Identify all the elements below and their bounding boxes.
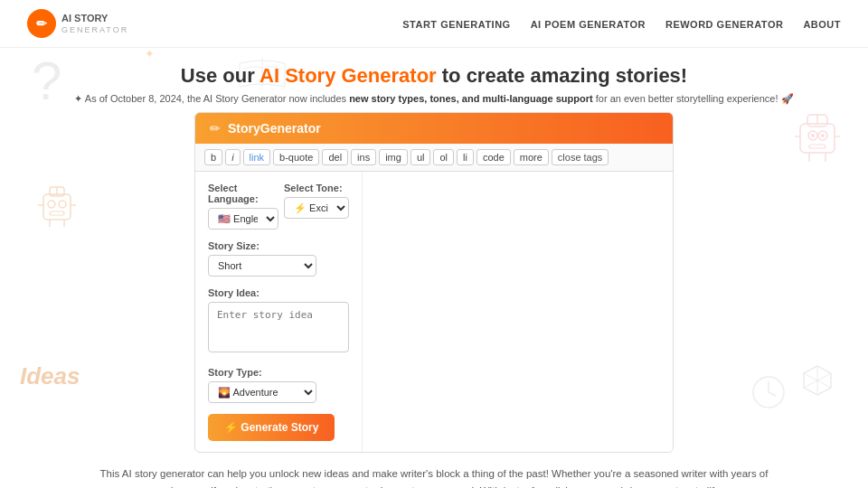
size-group: Story Size: Short Medium Long (208, 240, 349, 277)
navbar: ✏ AI STORY GENERATOR START GENERATING AI… (0, 0, 868, 48)
story-generator-card: ✏ StoryGenerator b i link b-quote del in… (194, 112, 674, 453)
bottom-description: This AI story generator can help you unl… (0, 453, 868, 488)
tb-li[interactable]: li (457, 149, 474, 165)
form-left: Select Language: 🇺🇸 Engle Select Tone: ⚡… (195, 172, 363, 452)
nav-links: START GENERATING AI POEM GENERATOR REWOR… (402, 15, 841, 32)
tone-field: Select Tone: ⚡ Exciti (284, 183, 349, 230)
nav-poem[interactable]: AI POEM GENERATOR (531, 19, 646, 30)
form-area: Select Language: 🇺🇸 Engle Select Tone: ⚡… (195, 172, 673, 452)
tb-del[interactable]: del (322, 149, 348, 165)
idea-group: Story Idea: (208, 287, 349, 356)
nav-about[interactable]: ABOUT (803, 19, 841, 30)
tb-ul[interactable]: ul (410, 149, 431, 165)
svg-rect-5 (50, 211, 64, 215)
deco-robot-left (36, 176, 78, 234)
tb-ol[interactable]: ol (433, 149, 454, 165)
deco-robot-right (793, 104, 843, 171)
tone-select[interactable]: ⚡ Exciti (284, 197, 349, 219)
hero-title: Use our AI Story Generator to create ama… (18, 64, 850, 88)
tb-link[interactable]: link (243, 149, 271, 165)
logo-text: AI STORY GENERATOR (61, 13, 128, 33)
logo-icon: ✏ (27, 9, 56, 38)
pencil-icon: ✏ (210, 121, 221, 136)
tb-img[interactable]: img (379, 149, 408, 165)
card-title: StoryGenerator (228, 121, 321, 136)
tb-code[interactable]: code (476, 149, 511, 165)
language-select[interactable]: 🇺🇸 Engle (208, 208, 278, 230)
desc-p1: This AI story generator can help you unl… (90, 465, 778, 488)
svg-rect-0 (43, 194, 71, 220)
nav-reword[interactable]: REWORD GENERATOR (665, 19, 783, 30)
generate-button[interactable]: ⚡ Generate Story (208, 414, 335, 441)
tb-italic[interactable]: i (225, 149, 240, 165)
type-select[interactable]: 🌄 Adventure ❤️ Romance 👻 Horror (208, 381, 316, 403)
type-group: Story Type: 🌄 Adventure ❤️ Romance 👻 Hor… (208, 367, 349, 403)
logo: ✏ AI STORY GENERATOR (27, 9, 128, 38)
hero-notice: ✦ As of October 8, 2024, the AI Story Ge… (18, 93, 850, 105)
tb-close-tags[interactable]: close tags (552, 149, 609, 165)
editor-toolbar: b i link b-quote del ins img ul ol li co… (195, 144, 673, 172)
tb-bquote[interactable]: b-quote (273, 149, 319, 165)
deco-ideas-text: Ideas (20, 362, 80, 390)
idea-input[interactable] (208, 302, 349, 352)
svg-point-20 (811, 134, 815, 137)
deco-clock (750, 374, 787, 414)
tb-bold[interactable]: b (204, 149, 222, 165)
lang-tone-row: Select Language: 🇺🇸 Engle Select Tone: ⚡… (208, 183, 349, 230)
story-output-area[interactable] (363, 172, 673, 452)
nav-start[interactable]: START GENERATING (402, 19, 510, 30)
lang-field: Select Language: 🇺🇸 Engle (208, 183, 278, 230)
svg-point-3 (48, 201, 55, 208)
size-select[interactable]: Short Medium Long (208, 255, 316, 277)
card-header: ✏ StoryGenerator (195, 113, 673, 144)
tb-ins[interactable]: ins (351, 149, 376, 165)
tb-more[interactable]: more (514, 149, 549, 165)
svg-point-21 (821, 134, 825, 137)
svg-rect-15 (809, 145, 826, 148)
svg-point-4 (59, 201, 66, 208)
svg-line-28 (769, 392, 776, 396)
hero-section: Use our AI Story Generator to create ama… (0, 48, 868, 112)
deco-cube (802, 364, 834, 402)
lang-tone-group: Select Language: 🇺🇸 Engle Select Tone: ⚡… (208, 183, 349, 230)
